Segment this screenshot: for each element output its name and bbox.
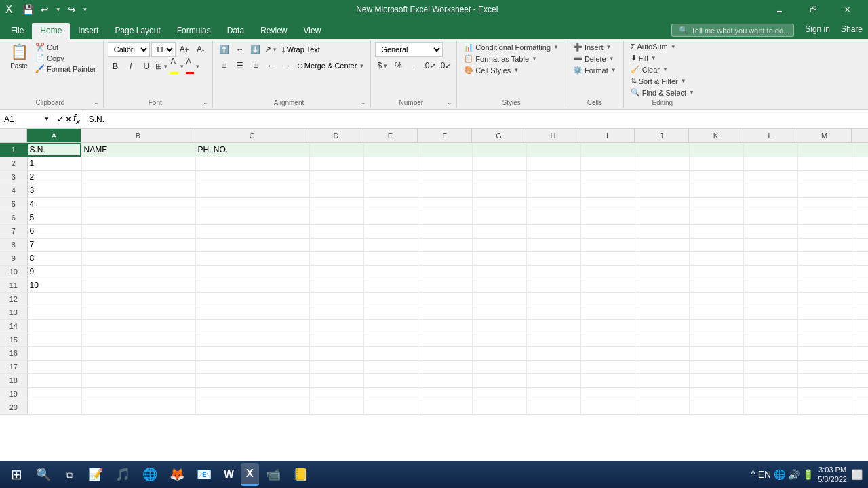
list-item[interactable] [418,346,472,360]
list-item[interactable] [195,238,309,251]
conditional-formatting-button[interactable]: 📊 Conditional Formatting ▼ [461,42,561,52]
cut-button[interactable]: ✂️ Cut [33,42,99,52]
col-header-j[interactable]: J [635,129,689,142]
tab-view[interactable]: View [296,23,330,39]
list-item[interactable] [852,333,868,346]
align-middle-button[interactable]: ↔ [233,42,248,57]
list-item[interactable] [852,211,868,224]
row-number[interactable]: 3 [0,170,27,184]
list-item[interactable] [743,238,797,251]
list-item[interactable] [418,279,472,292]
list-item[interactable] [689,360,743,373]
list-item[interactable] [195,265,309,279]
col-header-n[interactable]: N [852,129,868,142]
list-item[interactable] [363,306,418,319]
list-item[interactable] [797,387,852,401]
list-item[interactable] [580,251,635,265]
taskbar-edge[interactable]: 🌐 [137,463,163,486]
list-item[interactable] [363,238,418,251]
list-item[interactable] [580,401,635,414]
list-item[interactable] [363,279,418,292]
list-item[interactable] [580,279,635,292]
battery-icon[interactable]: 🔋 [802,469,814,480]
row-number[interactable]: 14 [0,319,27,333]
list-item[interactable] [27,373,81,387]
list-item[interactable] [309,279,363,292]
list-item[interactable] [195,251,309,265]
list-item[interactable] [363,251,418,265]
copy-button[interactable]: 📄 Copy [33,53,99,63]
list-item[interactable] [27,401,81,414]
list-item[interactable] [635,346,689,360]
sort-filter-button[interactable]: ⇅ Sort & Filter ▼ [628,76,689,86]
list-item[interactable] [472,333,526,346]
list-item[interactable] [526,306,580,319]
list-item[interactable] [418,184,472,197]
list-item[interactable] [580,360,635,373]
list-item[interactable] [309,333,363,346]
number-format-select[interactable]: General [375,42,443,57]
formula-checkmark-icon[interactable]: ✓ [57,115,64,124]
list-item[interactable] [472,197,526,211]
list-item[interactable] [472,319,526,333]
list-item[interactable] [526,170,580,184]
list-item[interactable] [580,197,635,211]
list-item[interactable] [472,265,526,279]
list-item[interactable] [689,197,743,211]
list-item[interactable] [195,184,309,197]
list-item[interactable] [743,265,797,279]
list-item[interactable] [797,279,852,292]
list-item[interactable] [309,238,363,251]
list-item[interactable] [852,143,868,157]
list-item[interactable] [27,319,81,333]
list-item[interactable] [797,184,852,197]
list-item[interactable] [743,184,797,197]
list-item[interactable] [363,387,418,401]
list-item[interactable] [363,211,418,224]
list-item[interactable] [526,265,580,279]
col-header-h[interactable]: H [526,129,580,142]
undo-button[interactable]: ↩ [38,3,52,16]
fill-color-button[interactable]: A ▼ [170,59,185,74]
font-name-select[interactable]: Calibri [108,42,150,57]
list-item[interactable] [27,387,81,401]
show-desktop-button[interactable]: ⬜ [851,469,863,480]
list-item[interactable] [363,401,418,414]
list-item[interactable] [852,292,868,306]
list-item[interactable] [309,251,363,265]
align-top-button[interactable]: ⬆️ [217,42,232,57]
list-item[interactable] [580,238,635,251]
start-button[interactable]: ⊞ [3,462,30,487]
taskbar-outlook[interactable]: 📧 [191,463,217,486]
find-select-button[interactable]: 🔍 Find & Select ▼ [628,87,697,98]
cell-styles-button[interactable]: 🎨 Cell Styles ▼ [461,65,521,75]
row-number[interactable]: 15 [0,333,27,346]
list-item[interactable] [81,401,195,414]
list-item[interactable] [526,292,580,306]
row-number[interactable]: 11 [0,279,27,292]
list-item[interactable] [743,211,797,224]
list-item[interactable] [81,292,195,306]
list-item[interactable] [635,333,689,346]
list-item[interactable] [743,319,797,333]
list-item[interactable] [635,373,689,387]
list-item[interactable] [580,319,635,333]
list-item[interactable] [418,251,472,265]
list-item[interactable] [526,346,580,360]
taskbar-sticky[interactable]: 📒 [288,463,313,486]
list-item[interactable] [472,238,526,251]
insert-button[interactable]: ➕ Insert ▼ [570,42,614,52]
list-item[interactable] [852,360,868,373]
list-item[interactable] [363,373,418,387]
volume-icon[interactable]: 🔊 [788,469,800,480]
col-header-a[interactable]: A [27,129,81,142]
list-item[interactable] [526,279,580,292]
list-item[interactable] [689,143,743,157]
list-item[interactable] [635,170,689,184]
list-item[interactable] [689,170,743,184]
list-item[interactable] [635,211,689,224]
list-item[interactable] [526,143,580,157]
list-item[interactable] [743,401,797,414]
list-item[interactable] [195,224,309,238]
list-item[interactable] [580,387,635,401]
